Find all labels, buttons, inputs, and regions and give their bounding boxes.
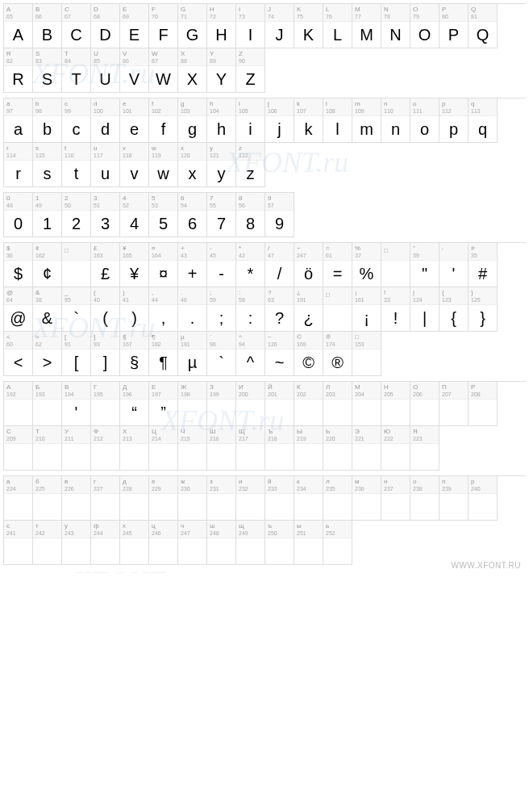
glyph-cell: {123{: [439, 287, 469, 332]
glyph-display: !: [381, 305, 410, 331]
glyph-label: ¿: [297, 290, 320, 296]
glyph-label: q: [471, 101, 494, 107]
glyph-cell: [91[: [62, 332, 91, 376]
glyph-cell-header: ]93: [91, 332, 119, 349]
glyph-cell: ^94^: [236, 332, 265, 376]
glyph-label: 7: [210, 195, 233, 202]
glyph-code: 222: [384, 436, 407, 442]
glyph-cell-header: m109: [352, 98, 381, 116]
glyph-code: 213: [123, 436, 146, 442]
glyph-display: j: [265, 116, 294, 142]
glyph-display: ": [410, 261, 439, 287]
glyph-display: µ: [178, 349, 206, 375]
glyph-cell: @64@: [4, 287, 33, 332]
glyph-cell-header: #35: [469, 243, 497, 261]
glyph-display: [149, 444, 177, 470]
glyph-display: ¢: [33, 261, 61, 287]
glyph-code: 241: [6, 530, 30, 536]
glyph-cell-header: N78: [381, 4, 410, 22]
glyph-label: □: [355, 334, 378, 341]
glyph-code: 54: [181, 203, 204, 208]
glyph-display: [410, 400, 439, 425]
glyph-label: -: [210, 245, 233, 252]
glyph-cell-header: V86: [120, 48, 148, 66]
glyph-cell-header: ь252: [323, 521, 352, 538]
glyph-cell: t116t: [62, 143, 91, 187]
glyph-code: 97: [6, 108, 30, 114]
glyph-label: Е: [152, 384, 175, 391]
glyph-cell-header: q113: [469, 98, 497, 116]
glyph-label: Z: [239, 51, 262, 57]
glyph-cell-header: □153: [352, 332, 381, 349]
glyph-display: (: [91, 305, 119, 331]
glyph-cell-header: Б193: [33, 382, 61, 400]
glyph-label: ш: [210, 523, 233, 529]
glyph-code: 40: [94, 297, 117, 303]
glyph-cell: ]93]: [91, 332, 120, 376]
glyph-label: Т: [35, 429, 59, 435]
glyph-display: q: [469, 116, 497, 142]
glyph-label: R: [6, 51, 30, 57]
glyph-display: }: [469, 305, 497, 331]
glyph-code: 55: [210, 203, 233, 208]
glyph-display: 2: [62, 211, 90, 236]
glyph-cell-header: У211: [62, 426, 90, 444]
glyph-label: ®: [326, 334, 349, 341]
glyph-code: 95: [65, 297, 88, 303]
glyph-cell: Э221: [352, 426, 381, 471]
glyph-display: Z: [236, 66, 264, 92]
glyph-cell: п239: [439, 476, 469, 521]
glyph-display: U: [91, 66, 119, 92]
glyph-cell: Ъ218: [265, 426, 294, 471]
glyph-display: P: [439, 22, 468, 48]
glyph-display: *: [236, 261, 264, 287]
glyph-cell: н237: [381, 476, 410, 521]
glyph-code: 69: [123, 14, 146, 19]
glyph-display: ': [62, 400, 90, 425]
glyph-cell-header: T84: [62, 48, 90, 66]
glyph-cell-header: Н205: [381, 382, 410, 400]
glyph-display: [381, 494, 410, 520]
glyph-cell: П207: [439, 382, 469, 426]
glyph-code: 93: [94, 341, 117, 347]
glyph-label: в: [65, 479, 88, 485]
glyph-code: 101: [123, 108, 146, 114]
glyph-cell: >62>: [33, 332, 62, 376]
glyph-display: 7: [207, 211, 235, 236]
glyph-label: ь: [326, 523, 349, 529]
glyph-cell-header: В194: [62, 382, 90, 400]
glyph-cell: o111o: [410, 98, 439, 143]
glyph-cell: r114r: [4, 143, 33, 187]
glyph-cell-header: е229: [149, 476, 177, 494]
glyph-code: 200: [239, 391, 262, 397]
glyph-display: I: [236, 22, 264, 48]
glyph-display: [294, 400, 323, 425]
glyph-cell: |124|: [410, 287, 439, 332]
glyph-display: [4, 444, 32, 470]
glyph-cell-header: с241: [4, 521, 32, 538]
glyph-cell-header: u117: [91, 143, 119, 161]
glyph-label: 5: [152, 195, 175, 202]
glyph-cell: ф244: [91, 521, 120, 565]
glyph-label: ': [442, 248, 465, 254]
glyph-code: 43: [181, 253, 204, 258]
glyph-cell: р240: [469, 476, 498, 521]
glyph-label: @: [6, 290, 30, 296]
glyph-cell-header: £163: [91, 243, 119, 261]
glyph-code: 116: [65, 153, 88, 158]
glyph-cell: Н205: [381, 382, 410, 426]
glyph-display: H: [207, 22, 235, 48]
glyph-display: C: [62, 22, 90, 48]
glyph-cell: -45-: [207, 243, 236, 287]
glyph-label: ): [123, 290, 146, 296]
glyph-cell: _95`: [62, 287, 91, 332]
glyph-display: [265, 400, 294, 425]
glyph-label: :: [239, 290, 262, 296]
glyph-display: [410, 444, 439, 470]
glyph-display: M: [352, 22, 381, 48]
glyph-cell-header: □: [323, 287, 352, 305]
glyph-label: D: [94, 6, 117, 13]
glyph-label: z: [239, 145, 262, 152]
glyph-code: 237: [384, 486, 407, 492]
glyph-cell-header: r114: [4, 143, 32, 161]
